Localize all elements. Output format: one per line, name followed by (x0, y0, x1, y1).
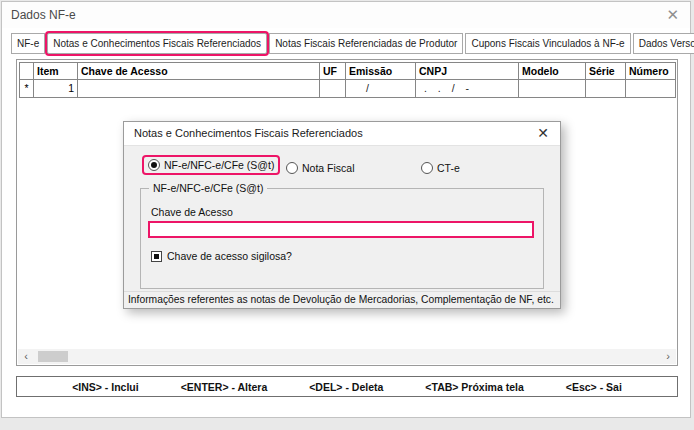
cell-cnpj[interactable]: . . / - (416, 80, 519, 98)
scrollbar-thumb[interactable] (38, 351, 68, 362)
cell-uf[interactable] (320, 80, 346, 98)
grid-header-item: Item (34, 62, 78, 80)
grid-header-modelo: Modelo (519, 62, 586, 80)
hint-tab: <TAB> Próxima tela (425, 381, 523, 393)
tab-label: NF-e (17, 38, 39, 49)
tab-notas-conhecimentos-referenciados[interactable]: Notas e Conhecimentos Fiscais Referencia… (47, 33, 267, 54)
grid-header-uf: UF (320, 62, 346, 80)
dialog-close-icon[interactable]: ✕ (537, 125, 549, 141)
hint-del: <DEL> - Deleta (309, 381, 383, 393)
referenced-notes-dialog: Notas e Conhecimentos Fiscais Referencia… (123, 121, 561, 309)
grid-header-selector (19, 62, 34, 80)
cell-numero[interactable] (626, 80, 676, 98)
tab-strip: NF-e Notas e Conhecimentos Fiscais Refer… (11, 33, 694, 54)
tab-label: Notas e Conhecimentos Fiscais Referencia… (53, 38, 261, 49)
hint-ins: <INS> - Inclui (72, 381, 139, 393)
radio-cte[interactable]: CT-e (421, 162, 460, 174)
chave-sigilosa-checkbox[interactable]: Chave de acesso sigilosa? (151, 250, 292, 262)
dialog-status-text: Informações referentes as notas de Devol… (124, 291, 560, 308)
radio-label: Nota Fiscal (302, 162, 355, 174)
tab-cupons-fiscais-vinculados[interactable]: Cupons Fiscais Vinculados à NF-e (465, 33, 630, 54)
dialog-titlebar: Notas e Conhecimentos Fiscais Referencia… (124, 122, 560, 146)
scroll-left-icon[interactable]: ‹ (18, 349, 34, 364)
checkbox-checked-icon (151, 251, 162, 262)
cell-modelo[interactable] (519, 80, 586, 98)
nfe-groupbox: NF-e/NFC-e/CFe (S@t) Chave de Acesso Cha… (140, 188, 544, 289)
grid-header-serie: Série (586, 62, 626, 80)
radio-selected-icon (148, 159, 160, 171)
checkbox-label: Chave de acesso sigilosa? (167, 250, 292, 262)
window-title: Dados NF-e (11, 8, 76, 22)
grid-header-emissao: Emissão (346, 62, 416, 80)
tab-nfe[interactable]: NF-e (11, 33, 45, 54)
table-row[interactable]: * 1 / . . / - (19, 80, 676, 98)
radio-unselected-icon (421, 162, 433, 174)
tab-label: Notas Fiscais Referenciadas de Produtor (275, 38, 457, 49)
hint-esc: <Esc> - Sai (566, 381, 622, 393)
cell-item[interactable]: 1 (34, 80, 78, 98)
window-close-icon[interactable]: ✕ (666, 6, 679, 24)
cell-chave[interactable] (78, 80, 320, 98)
grid-header-numero: Número (626, 62, 676, 80)
grid-table: Item Chave de Acesso UF Emissão CNPJ Mod… (19, 62, 676, 98)
grid-header-row: Item Chave de Acesso UF Emissão CNPJ Mod… (19, 62, 676, 80)
groupbox-legend: NF-e/NFC-e/CFe (S@t) (149, 182, 267, 194)
chave-de-acesso-label: Chave de Acesso (151, 206, 233, 218)
grid-header-chave: Chave de Acesso (78, 62, 320, 80)
hint-enter: <ENTER> - Altera (181, 381, 268, 393)
tab-notas-referenciadas-produtor[interactable]: Notas Fiscais Referenciadas de Produtor (269, 33, 463, 54)
cell-emissao[interactable]: / (346, 80, 416, 98)
tab-dados-verso-danfe[interactable]: Dados Verso do DANFE (633, 33, 694, 54)
dialog-title: Notas e Conhecimentos Fiscais Referencia… (134, 127, 363, 139)
radio-unselected-icon (286, 162, 298, 174)
keyboard-hint-bar: <INS> - Inclui <ENTER> - Altera <DEL> - … (16, 376, 678, 397)
radio-nota-fiscal[interactable]: Nota Fiscal (286, 162, 355, 174)
window-titlebar: Dados NF-e ✕ (2, 2, 690, 28)
radio-label: NF-e/NFC-e/CFe (S@t) (164, 159, 274, 171)
scroll-right-icon[interactable]: › (660, 349, 676, 364)
tab-label: Dados Verso do DANFE (639, 38, 694, 49)
tab-label: Cupons Fiscais Vinculados à NF-e (471, 38, 624, 49)
grid-header-cnpj: CNPJ (416, 62, 519, 80)
cell-serie[interactable] (586, 80, 626, 98)
radio-nfe-nfce-cfe[interactable]: NF-e/NFC-e/CFe (S@t) (144, 157, 278, 173)
row-marker-icon: * (19, 80, 34, 98)
horizontal-scrollbar[interactable]: ‹ › (18, 349, 676, 364)
chave-de-acesso-input[interactable] (148, 221, 534, 238)
checkbox-fill (154, 254, 159, 259)
radio-label: CT-e (437, 162, 460, 174)
